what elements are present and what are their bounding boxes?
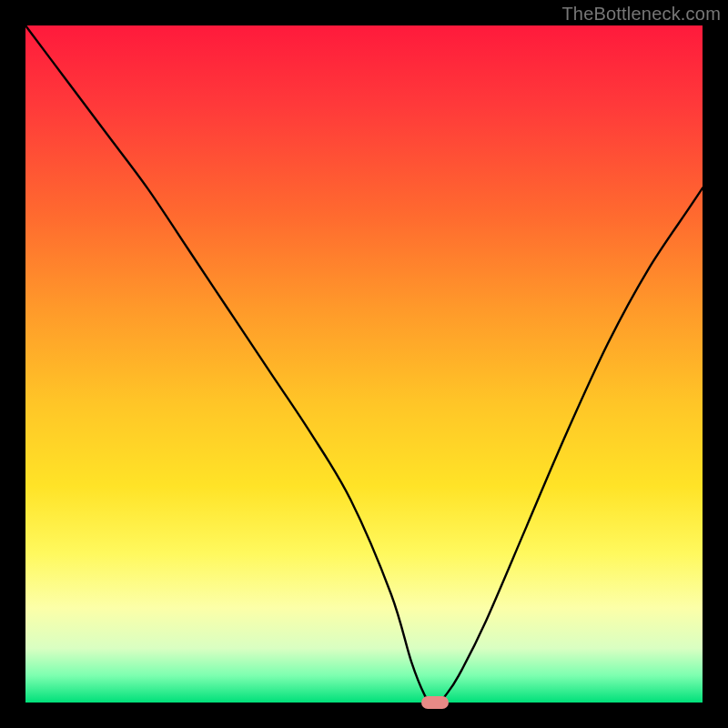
- bottleneck-curve: [25, 25, 703, 703]
- optimal-marker: [421, 696, 449, 709]
- watermark-text: TheBottleneck.com: [561, 4, 721, 25]
- plot-area: [25, 25, 703, 703]
- chart-frame: TheBottleneck.com: [0, 0, 728, 728]
